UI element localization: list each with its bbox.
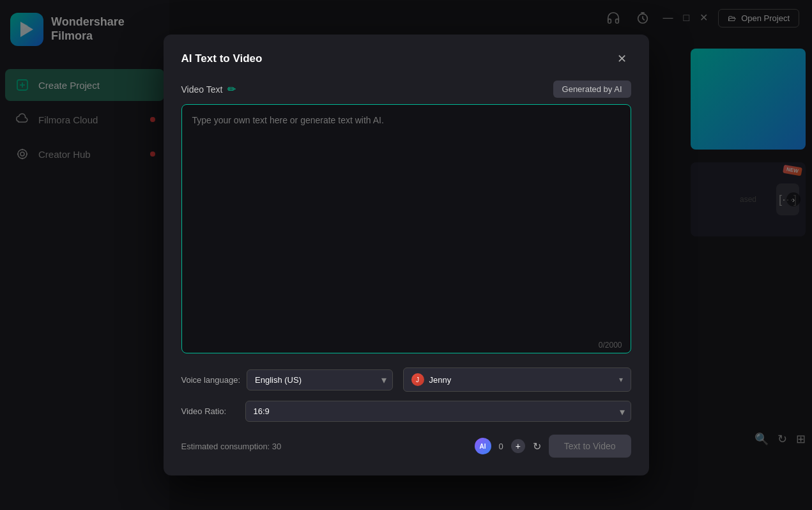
- voice-controls-row: Voice language: English (US) English (UK…: [181, 367, 631, 392]
- video-text-input[interactable]: [181, 104, 631, 353]
- ai-text-to-video-dialog: AI Text to Video ✕ Video Text ✏ Generate…: [164, 35, 649, 475]
- refresh-credits-button[interactable]: ↻: [533, 440, 541, 452]
- credit-count: 0: [499, 442, 503, 451]
- video-ratio-label: Video Ratio:: [181, 406, 239, 416]
- credit-number: 0: [499, 442, 503, 451]
- video-ratio-select[interactable]: 16:9 9:16 1:1 4:3: [245, 401, 631, 422]
- voice-avatar: J: [411, 373, 424, 386]
- estimated-consumption-text: Estimated consumption: 30: [181, 442, 282, 451]
- voice-name: Jenny: [429, 375, 452, 385]
- voice-language-select-wrapper: English (US) English (UK) Spanish French…: [247, 369, 392, 390]
- voice-chevron-icon: ▾: [619, 375, 623, 384]
- dialog-titlebar: AI Text to Video ✕: [181, 50, 631, 68]
- textarea-wrapper: 0/2000: [181, 104, 631, 356]
- char-count: 0/2000: [599, 341, 622, 350]
- voice-select[interactable]: J Jenny ▾: [403, 367, 631, 392]
- add-credits-button[interactable]: +: [511, 439, 525, 453]
- generated-by-ai-label: Generated by AI: [562, 84, 622, 94]
- voice-language-label: Voice language:: [181, 375, 241, 385]
- ai-edit-icon: ✏: [227, 83, 236, 95]
- video-text-label: Video Text: [181, 84, 223, 95]
- video-text-section-label: Video Text ✏ Generated by AI: [181, 81, 631, 98]
- text-to-video-button[interactable]: Text to Video: [549, 435, 631, 458]
- generated-by-ai-button[interactable]: Generated by AI: [553, 81, 631, 98]
- dialog-title: AI Text to Video: [181, 52, 263, 65]
- video-ratio-select-wrapper: 16:9 9:16 1:1 4:3: [245, 401, 631, 422]
- video-ratio-row: Video Ratio: 16:9 9:16 1:1 4:3: [181, 401, 631, 422]
- dialog-footer: Estimated consumption: 30 AI 0 + ↻ Text …: [181, 435, 631, 458]
- dialog-close-button[interactable]: ✕: [613, 50, 631, 68]
- voice-language-select[interactable]: English (US) English (UK) Spanish French…: [247, 369, 392, 390]
- voice-language-group: Voice language: English (US) English (UK…: [181, 369, 393, 390]
- text-to-video-label: Text to Video: [564, 441, 616, 451]
- ai-credits-badge: AI: [475, 438, 491, 454]
